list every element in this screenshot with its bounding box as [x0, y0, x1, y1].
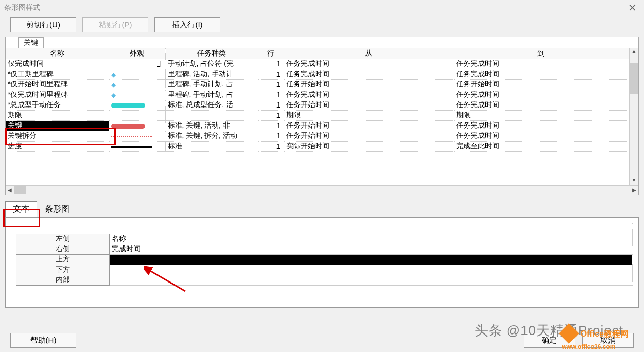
- table-row[interactable]: *仅完成时间里程碑 ◆ 里程碑, 手动计划, 占 1 任务完成时间 任务完成时间: [6, 90, 629, 100]
- field-value[interactable]: [109, 275, 633, 285]
- table-header: 名称 外观 任务种类 行 从 到: [6, 48, 629, 59]
- table-row[interactable]: *仅开始时间里程碑 ◆ 里程碑, 手动计划, 占 1 任务开始时间 任务开始时间: [6, 79, 629, 90]
- toolbar: 剪切行(U) 粘贴行(P) 插入行(I): [10, 17, 639, 32]
- table-row[interactable]: *仅工期里程碑 ◆ 里程碑, 活动, 手动计 1 任务完成时间 任务完成时间: [6, 69, 629, 79]
- text-fields-table[interactable]: 左侧 名称 右侧 完成时间 上方 下方 内部: [16, 223, 633, 286]
- tab-text[interactable]: 文本: [5, 201, 37, 217]
- close-icon[interactable]: ✕: [625, 2, 640, 14]
- scroll-down-icon[interactable]: ▼: [630, 177, 638, 185]
- field-label: 右侧: [16, 244, 109, 254]
- bar-styles-grid: 关键 名称 外观 任务种类 行 从 到: [5, 37, 639, 195]
- col-from[interactable]: 从: [284, 48, 454, 59]
- text-fields-panel: 左侧 名称 右侧 完成时间 上方 下方 内部: [5, 217, 639, 308]
- red-bar-icon: [111, 124, 145, 129]
- tab-bar[interactable]: 条形图: [37, 201, 77, 217]
- paste-row-button: 粘贴行(P): [82, 17, 148, 32]
- field-value[interactable]: [109, 265, 633, 275]
- table-row[interactable]: *总成型手动任务 标准, 总成型任务, 活 1 任务开始时间 任务完成时间: [6, 100, 629, 110]
- field-label: 下方: [16, 265, 109, 275]
- insert-row-button[interactable]: 插入行(I): [154, 17, 220, 32]
- field-row-inside[interactable]: 内部: [16, 275, 633, 285]
- cyan-bar-icon: [111, 103, 145, 108]
- titlebar: 条形图样式 ✕: [0, 0, 644, 15]
- help-button[interactable]: 帮助(H): [10, 333, 76, 348]
- styles-table[interactable]: 名称 外观 任务种类 行 从 到 仅完成时间 ⏌ 手动计划, 占位符 (完 1: [6, 48, 629, 177]
- field-value[interactable]: 完成时间: [109, 244, 633, 254]
- horizontal-scrollbar[interactable]: ◀ ▶: [6, 185, 638, 195]
- field-row-left[interactable]: 左侧 名称: [16, 234, 633, 244]
- lower-tabs: 文本 条形图: [5, 201, 639, 217]
- diamond-icon: ◆: [111, 92, 116, 99]
- diamond-icon: ◆: [111, 81, 116, 89]
- field-label: 左侧: [16, 234, 109, 244]
- table-row[interactable]: 期限 1 期限 期限: [6, 110, 629, 120]
- col-type[interactable]: 任务种类: [165, 48, 258, 59]
- scroll-up-icon[interactable]: ▲: [630, 48, 638, 57]
- col-appearance[interactable]: 外观: [109, 48, 165, 59]
- field-value-selected[interactable]: [109, 254, 633, 265]
- scroll-right-icon[interactable]: ▶: [630, 187, 638, 193]
- field-label: 上方: [16, 254, 109, 265]
- field-value[interactable]: 名称: [109, 234, 633, 244]
- red-dots-icon: [111, 136, 152, 137]
- col-name[interactable]: 名称: [6, 48, 109, 59]
- field-row-right[interactable]: 右侧 完成时间: [16, 244, 633, 254]
- field-row-bottom[interactable]: 下方: [16, 265, 633, 275]
- cut-row-button[interactable]: 剪切行(U): [10, 17, 76, 32]
- table-row-selected[interactable]: 关键 标准, 关键, 活动, 非 1 任务开始时间 任务完成时间: [6, 120, 629, 131]
- table-row[interactable]: 关键拆分 标准, 关键, 拆分, 活动 1 任务开始时间 任务完成时间: [6, 131, 629, 141]
- table-row[interactable]: 进度 标准 1 实际开始时间 完成至此时间: [6, 141, 629, 151]
- vertical-scrollbar[interactable]: ▲ ▼: [629, 48, 638, 185]
- col-to[interactable]: 到: [454, 48, 629, 59]
- field-row-top[interactable]: 上方: [16, 254, 633, 265]
- scroll-thumb[interactable]: [14, 186, 26, 194]
- watermark-logo: Office教程网 www.office26.com: [562, 327, 629, 351]
- field-label: 内部: [16, 275, 109, 285]
- window-title: 条形图样式: [4, 3, 40, 12]
- diamond-icon: ◆: [111, 71, 116, 78]
- scroll-left-icon[interactable]: ◀: [6, 187, 14, 193]
- col-row[interactable]: 行: [258, 48, 284, 59]
- grid-selection-tab[interactable]: 关键: [18, 37, 44, 48]
- scroll-thumb[interactable]: [630, 63, 638, 94]
- end-mark-icon: ⏌: [157, 61, 163, 68]
- black-bar-icon: [111, 146, 152, 148]
- table-row[interactable]: 仅完成时间 ⏌ 手动计划, 占位符 (完 1 任务完成时间 任务完成时间: [6, 59, 629, 69]
